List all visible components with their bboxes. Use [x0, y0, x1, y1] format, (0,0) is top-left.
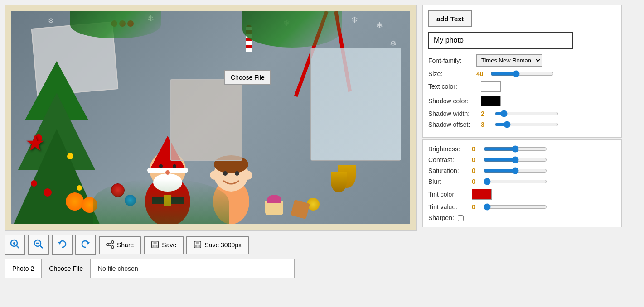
- svg-rect-42: [155, 245, 156, 247]
- gingerbread: [291, 200, 310, 219]
- saturation-label: Saturation:: [428, 167, 469, 174]
- svg-point-4: [67, 153, 73, 159]
- shadow-color-row: Shadow color:: [428, 96, 616, 106]
- svg-point-5: [44, 188, 52, 197]
- save-3000px-button[interactable]: Save 3000px: [186, 236, 249, 254]
- pine-branch-top: [70, 11, 161, 38]
- blur-label: Blur:: [428, 178, 469, 185]
- size-slider[interactable]: [490, 70, 554, 77]
- tint-color-swatch[interactable]: [472, 189, 492, 200]
- blur-value: 0: [472, 178, 481, 185]
- tint-value-label: Tint value:: [428, 203, 469, 211]
- svg-point-36: [111, 245, 114, 248]
- brightness-slider[interactable]: [484, 145, 547, 153]
- svg-point-22: [235, 171, 239, 176]
- svg-marker-33: [87, 242, 90, 245]
- font-family-row: Font-family: Arial Times New Roman Georg…: [428, 54, 616, 67]
- contrast-slider[interactable]: [484, 156, 547, 163]
- photo2-label: Photo 2: [5, 259, 42, 278]
- blur-slider[interactable]: [484, 178, 547, 185]
- svg-rect-44: [196, 241, 199, 244]
- blur-row: Blur: 0: [428, 178, 616, 185]
- snowflake: ❄: [48, 16, 54, 26]
- no-file-text: No file chosen: [91, 259, 145, 278]
- greenery-overlay: [93, 179, 229, 224]
- cupcake: [265, 201, 283, 215]
- add-text-button[interactable]: add Text: [428, 10, 472, 27]
- svg-point-35: [107, 243, 109, 245]
- sharpen-row: Sharpen:: [428, 214, 616, 221]
- svg-point-6: [77, 185, 82, 191]
- save-label: Save: [162, 241, 176, 249]
- snowflake: ❄: [390, 38, 397, 48]
- right-panel: add Text Font-family: Arial Times New Ro…: [422, 5, 622, 302]
- shadow-color-swatch[interactable]: [481, 96, 501, 106]
- tint-value-slider[interactable]: [484, 203, 547, 211]
- red-star: ★: [25, 130, 45, 156]
- photo-frame-right: [310, 48, 401, 161]
- svg-point-21: [223, 171, 228, 176]
- tint-value-row: Tint value: 0: [428, 203, 616, 211]
- shadow-width-slider[interactable]: [495, 110, 558, 117]
- svg-line-38: [109, 245, 111, 246]
- svg-point-15: [159, 164, 163, 168]
- rotate-right-button[interactable]: [75, 235, 96, 255]
- rotate-left-button[interactable]: [52, 235, 73, 255]
- brightness-label: Brightness:: [428, 145, 469, 153]
- shadow-width-label: Shadow width:: [428, 110, 478, 117]
- svg-point-23: [210, 171, 219, 180]
- saturation-row: Saturation: 0: [428, 167, 616, 174]
- photo-text-input[interactable]: [428, 32, 573, 49]
- share-button[interactable]: Share: [99, 236, 141, 254]
- size-row: Size: 40: [428, 70, 616, 77]
- text-panel: add Text Font-family: Arial Times New Ro…: [422, 5, 622, 138]
- share-label: Share: [117, 241, 134, 249]
- text-color-row: Text color:: [428, 81, 616, 92]
- zoom-out-button[interactable]: [28, 235, 49, 255]
- snowflake: ❄: [376, 20, 383, 30]
- saturation-slider[interactable]: [484, 167, 547, 174]
- svg-line-37: [109, 242, 111, 244]
- shadow-offset-value: 3: [481, 121, 492, 128]
- save-3000px-label: Save 3000px: [204, 241, 242, 249]
- bell-decoration-2: [331, 172, 347, 192]
- left-panel: ❄ ❄ ❄ ❄ ❄ ❄ ❄: [5, 5, 417, 302]
- canvas-area: ❄ ❄ ❄ ❄ ❄ ❄ ❄: [11, 11, 410, 224]
- svg-rect-46: [197, 245, 199, 247]
- brightness-value: 0: [472, 145, 481, 153]
- svg-rect-40: [154, 241, 157, 244]
- svg-line-31: [40, 245, 43, 248]
- svg-marker-32: [58, 242, 61, 245]
- zoom-in-button[interactable]: [5, 235, 25, 255]
- zoom-in-icon: [10, 239, 20, 251]
- pine-branch-top-right: [242, 11, 342, 48]
- text-color-label: Text color:: [428, 83, 478, 90]
- font-family-label: Font-family:: [428, 57, 474, 64]
- save-icon: [151, 240, 159, 250]
- rotate-right-icon: [81, 239, 91, 251]
- save-button[interactable]: Save: [144, 236, 184, 254]
- christmas-scene: ❄ ❄ ❄ ❄ ❄ ❄ ❄: [11, 11, 410, 224]
- svg-point-16: [173, 164, 176, 168]
- photo-frame-center: [170, 79, 242, 161]
- tint-color-row: Tint color:: [428, 189, 616, 200]
- sharpen-checkbox[interactable]: [458, 215, 464, 221]
- saturation-value: 0: [472, 167, 481, 174]
- brightness-row: Brightness: 0: [428, 145, 616, 153]
- snowflake: ❄: [351, 15, 358, 25]
- text-color-swatch[interactable]: [481, 81, 501, 92]
- shadow-offset-slider[interactable]: [495, 121, 558, 128]
- rotate-left-icon: [57, 239, 67, 251]
- svg-point-24: [243, 171, 252, 180]
- choose-file-button[interactable]: Choose File: [42, 259, 91, 278]
- tint-color-label: Tint color:: [428, 191, 469, 198]
- orange-fruit: [66, 192, 84, 211]
- tint-value: 0: [472, 203, 481, 211]
- size-value: 40: [476, 70, 488, 77]
- contrast-label: Contrast:: [428, 156, 469, 163]
- photo-text-input-wrapper: [428, 32, 616, 54]
- share-icon: [106, 240, 114, 250]
- image-panel: Brightness: 0 Contrast: 0 Saturation: 0 …: [422, 139, 622, 227]
- font-family-select[interactable]: Arial Times New Roman Georgia Verdana Co…: [476, 54, 542, 67]
- canvas-choose-file-button[interactable]: Choose File: [224, 70, 271, 85]
